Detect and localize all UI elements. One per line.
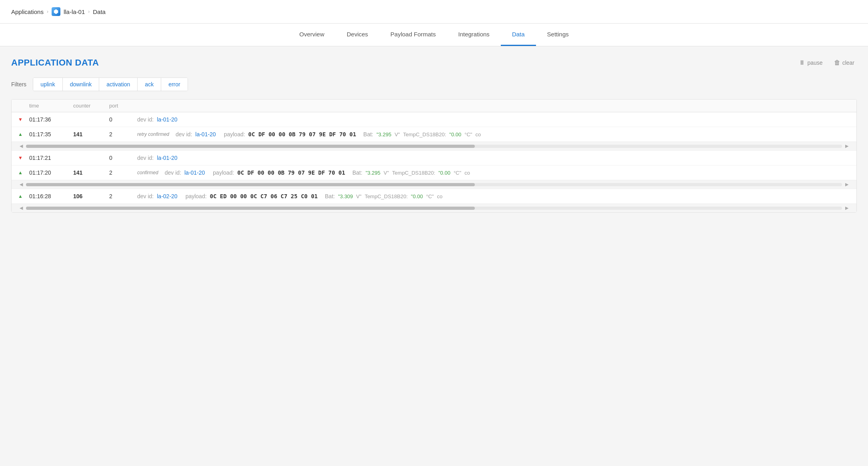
data-table: time counter port ▼ 01:17:36 0 dev id: l… — [11, 99, 857, 213]
row-4-data: confirmed dev id: la-01-20 payload: 0C D… — [137, 169, 850, 176]
row-3-data: dev id: la-01-20 — [137, 155, 850, 161]
row-4-temp-value: "0.00 — [438, 170, 450, 176]
row-3-port: 0 — [109, 155, 137, 161]
row-5-counter: 106 — [73, 193, 109, 199]
clear-button[interactable]: 🗑 clear — [832, 58, 857, 68]
scroll-right-arrow[interactable]: ▶ — [844, 181, 850, 188]
scroll-right-arrow[interactable]: ▶ — [844, 205, 850, 211]
arrow-down-icon: ▼ — [18, 155, 29, 161]
header-counter: counter — [73, 103, 109, 109]
row-4-tag: confirmed — [137, 170, 158, 175]
row-2-port: 2 — [109, 131, 137, 137]
row-1-main[interactable]: ▼ 01:17:36 0 dev id: la-01-20 — [12, 112, 856, 127]
row-2-tag: retry confirmed — [137, 131, 169, 137]
scroll-thumb — [26, 183, 475, 186]
pause-label: pause — [807, 60, 822, 66]
section-header: APPLICATION DATA ⏸ pause 🗑 clear — [11, 58, 857, 68]
row-2-bat-label: Bat: — [363, 131, 373, 137]
row-4-dev-label: dev id: — [165, 169, 181, 176]
row-4-payload-value: 0C DF 00 00 0B 79 07 9E DF 70 01 — [237, 169, 345, 176]
filter-activation[interactable]: activation — [99, 78, 138, 91]
row-5-extra: co — [437, 193, 442, 199]
row-2-payload-value: 0C DF 00 00 0B 79 07 9E DF 70 01 — [248, 131, 356, 137]
filter-tabs: uplink downlink activation ack error — [33, 78, 188, 91]
row-4-temp-label: TempC_DS18B20: — [392, 170, 435, 176]
row-3-dev-id[interactable]: la-01-20 — [157, 155, 177, 161]
scroll-thumb — [26, 207, 475, 210]
row-5-time: 01:16:28 — [29, 193, 73, 199]
arrow-up-icon: ▲ — [18, 131, 29, 137]
tab-overview[interactable]: Overview — [288, 24, 336, 46]
filter-downlink[interactable]: downlink — [63, 78, 99, 91]
row-2-bat-unit: V" — [394, 131, 400, 137]
clear-label: clear — [842, 60, 854, 66]
row-2-bat-value: "3.295 — [376, 131, 391, 137]
scroll-track[interactable] — [26, 207, 842, 210]
scroll-thumb — [26, 145, 475, 148]
tab-devices[interactable]: Devices — [336, 24, 379, 46]
filter-section: Filters uplink downlink activation ack e… — [11, 78, 857, 91]
row-5-payload-value: 0C ED 00 00 0C C7 06 C7 25 C0 01 — [210, 193, 318, 199]
filter-uplink[interactable]: uplink — [33, 78, 63, 91]
row-5-scrollbar[interactable]: ◀ ▶ — [12, 203, 856, 212]
row-4-bat-value: "3.295 — [366, 170, 380, 176]
tab-integrations[interactable]: Integrations — [447, 24, 500, 46]
scroll-left-arrow[interactable]: ◀ — [18, 181, 24, 188]
header-time: time — [29, 103, 73, 109]
breadcrumb: Applications › lla-la-01 › Data — [0, 0, 868, 24]
tab-data[interactable]: Data — [501, 24, 536, 46]
row-5-dev-id[interactable]: la-02-20 — [157, 193, 177, 199]
row-1-time: 01:17:36 — [29, 116, 73, 123]
row-1-dev-label: dev id: — [137, 116, 154, 123]
row-3-main[interactable]: ▼ 01:17:21 0 dev id: la-01-20 — [12, 151, 856, 165]
row-4-counter: 141 — [73, 169, 109, 176]
row-2-counter: 141 — [73, 131, 109, 137]
scroll-right-arrow[interactable]: ▶ — [844, 143, 850, 149]
row-5-main[interactable]: ▲ 01:16:28 106 2 dev id: la-02-20 payloa… — [12, 189, 856, 203]
row-4-dev-id[interactable]: la-01-20 — [184, 169, 205, 176]
row-5-payload-label: payload: — [186, 193, 207, 199]
row-2-temp-unit: °C" — [464, 131, 472, 137]
row-5-temp-unit: °C" — [426, 193, 434, 199]
row-5-temp-value: "0.00 — [411, 193, 423, 199]
row-2-main[interactable]: ▲ 01:17:35 141 2 retry confirmed dev id:… — [12, 127, 856, 141]
filter-error[interactable]: error — [161, 78, 188, 91]
row-4-extra: co — [464, 170, 470, 176]
arrow-up-icon: ▲ — [18, 170, 29, 175]
row-5-data: dev id: la-02-20 payload: 0C ED 00 00 0C… — [137, 193, 850, 199]
table-row: ▼ 01:17:21 0 dev id: la-01-20 — [12, 151, 856, 165]
scroll-left-arrow[interactable]: ◀ — [18, 143, 24, 149]
row-4-main[interactable]: ▲ 01:17:20 141 2 confirmed dev id: la-01… — [12, 165, 856, 180]
row-4-bat-unit: V" — [384, 170, 389, 176]
row-2-scrollbar[interactable]: ◀ ▶ — [12, 141, 856, 150]
pause-button[interactable]: ⏸ pause — [796, 58, 825, 68]
tab-settings[interactable]: Settings — [536, 24, 580, 46]
row-5-port: 2 — [109, 193, 137, 199]
breadcrumb-current: Data — [93, 8, 106, 15]
filter-label: Filters — [11, 81, 26, 88]
filter-ack[interactable]: ack — [138, 78, 161, 91]
trash-icon: 🗑 — [834, 59, 840, 66]
tab-payload-formats[interactable]: Payload Formats — [379, 24, 447, 46]
row-5-dev-label: dev id: — [137, 193, 154, 199]
header-actions: ⏸ pause 🗑 clear — [796, 58, 857, 68]
scroll-track[interactable] — [26, 145, 842, 148]
breadcrumb-app-name[interactable]: lla-la-01 — [64, 8, 85, 15]
nav-tabs: Overview Devices Payload Formats Integra… — [288, 24, 580, 46]
nav-tabs-wrapper: Overview Devices Payload Formats Integra… — [0, 24, 868, 46]
row-4-scrollbar[interactable]: ◀ ▶ — [12, 180, 856, 189]
scroll-left-arrow[interactable]: ◀ — [18, 205, 24, 211]
arrow-down-icon: ▼ — [18, 117, 29, 122]
row-4-bat-label: Bat: — [352, 169, 362, 176]
row-1-dev-id[interactable]: la-01-20 — [157, 116, 177, 123]
row-2-temp-value: "0.00 — [449, 131, 461, 137]
table-row: ▲ 01:17:35 141 2 retry confirmed dev id:… — [12, 127, 856, 151]
breadcrumb-applications[interactable]: Applications — [11, 8, 44, 15]
row-2-dev-id[interactable]: la-01-20 — [195, 131, 216, 137]
scroll-track[interactable] — [26, 183, 842, 186]
app-icon — [52, 7, 60, 16]
breadcrumb-sep-1: › — [47, 9, 48, 14]
row-4-temp-unit: °C" — [454, 170, 461, 176]
row-2-dev-label: dev id: — [176, 131, 192, 137]
arrow-up-icon: ▲ — [18, 193, 29, 199]
